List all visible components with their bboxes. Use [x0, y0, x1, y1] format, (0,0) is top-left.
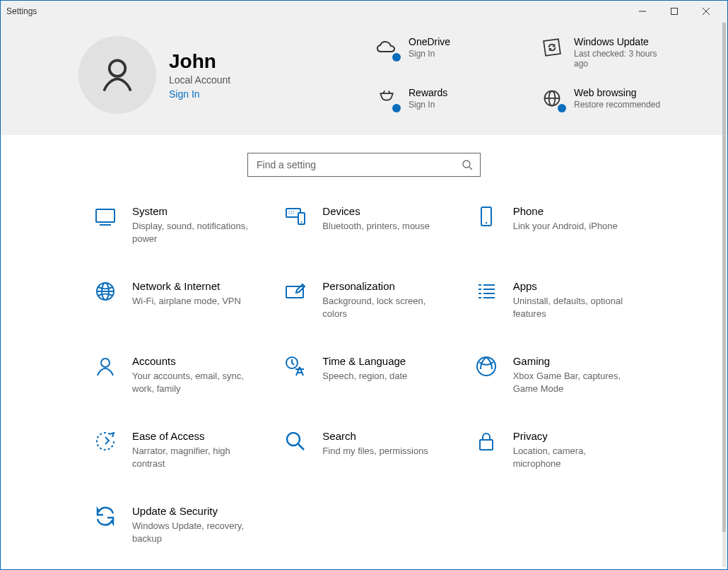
- globe-icon: [541, 87, 563, 110]
- header-tile-web-browsing[interactable]: Web browsing Restore recommended: [541, 87, 685, 114]
- svg-rect-27: [286, 286, 303, 298]
- svg-rect-5: [544, 39, 560, 56]
- category-time-language[interactable]: Time & Language Speech, region, date: [283, 355, 459, 395]
- search-input[interactable]: [255, 158, 456, 171]
- category-title: Devices: [322, 205, 430, 217]
- windows-update-icon: [541, 36, 563, 59]
- tile-sub: Restore recommended: [574, 100, 660, 110]
- category-sub: Speech, region, date: [322, 370, 407, 383]
- svg-rect-1: [671, 8, 677, 15]
- scrollbar-thumb[interactable]: [722, 23, 726, 532]
- category-title: Time & Language: [322, 355, 407, 367]
- user-name: John: [169, 50, 230, 73]
- user-account-type: Local Account: [169, 74, 230, 86]
- category-accounts[interactable]: Accounts Your accounts, email, sync, wor…: [93, 355, 269, 395]
- category-title: Gaming: [513, 355, 633, 367]
- svg-point-4: [110, 60, 126, 76]
- apps-icon: [474, 280, 499, 306]
- titlebar: Settings: [1, 1, 727, 22]
- category-system[interactable]: System Display, sound, notifications, po…: [93, 205, 269, 245]
- tile-title: Rewards: [409, 87, 447, 98]
- category-title: Ease of Access: [132, 430, 252, 442]
- tile-sub: Last checked: 3 hours ago: [574, 49, 673, 69]
- svg-point-39: [287, 433, 300, 446]
- user-icon: [96, 54, 139, 96]
- svg-point-21: [293, 213, 294, 214]
- category-apps[interactable]: Apps Uninstall, defaults, optional featu…: [474, 280, 650, 320]
- avatar: [78, 36, 156, 114]
- category-sub: Uninstall, defaults, optional features: [513, 295, 633, 320]
- tile-title: Web browsing: [574, 87, 660, 98]
- scrollbar[interactable]: [722, 23, 726, 567]
- svg-rect-11: [96, 209, 115, 222]
- header-tile-windows-update[interactable]: Windows Update Last checked: 3 hours ago: [541, 36, 685, 73]
- category-title: System: [132, 205, 252, 217]
- category-title: Apps: [513, 280, 633, 292]
- category-sub: Narrator, magnifier, high contrast: [132, 445, 252, 470]
- category-ease-of-access[interactable]: Ease of Access Narrator, magnifier, high…: [93, 430, 269, 470]
- category-personalization[interactable]: Personalization Background, lock screen,…: [283, 280, 459, 320]
- update-security-icon: [93, 505, 118, 530]
- category-title: Privacy: [513, 430, 633, 442]
- category-title: Network & Internet: [132, 280, 241, 292]
- search-box[interactable]: [247, 153, 481, 177]
- svg-point-9: [463, 161, 470, 168]
- category-network[interactable]: Network & Internet Wi-Fi, airplane mode,…: [93, 280, 269, 320]
- category-sub: Background, lock screen, colors: [322, 295, 442, 320]
- search-icon: [283, 430, 308, 455]
- tile-sub: Sign In: [409, 49, 450, 59]
- window-title: Settings: [6, 6, 37, 16]
- onedrive-icon: [375, 36, 398, 59]
- category-sub: Bluetooth, printers, mouse: [322, 220, 430, 233]
- svg-point-19: [289, 213, 290, 214]
- category-title: Update & Security: [132, 505, 252, 517]
- header: John Local Account Sign In OneDrive Sign…: [1, 22, 727, 135]
- system-icon: [93, 205, 118, 231]
- category-title: Accounts: [132, 355, 252, 367]
- category-sub: Windows Update, recovery, backup: [132, 520, 252, 545]
- category-title: Phone: [513, 205, 618, 217]
- svg-point-20: [291, 213, 292, 214]
- gaming-icon: [474, 355, 499, 380]
- ease-of-access-icon: [93, 430, 118, 455]
- category-update-security[interactable]: Update & Security Windows Update, recove…: [93, 505, 269, 545]
- header-tile-onedrive[interactable]: OneDrive Sign In: [375, 36, 519, 73]
- user-block[interactable]: John Local Account Sign In: [78, 36, 347, 114]
- category-search[interactable]: Search Find my files, permissions: [283, 430, 459, 470]
- category-sub: Wi-Fi, airplane mode, VPN: [132, 295, 241, 308]
- category-sub: Your accounts, email, sync, work, family: [132, 370, 252, 395]
- svg-line-10: [469, 167, 472, 170]
- time-language-icon: [283, 355, 308, 380]
- svg-point-16: [289, 211, 290, 211]
- minimize-button[interactable]: [626, 1, 658, 22]
- maximize-button[interactable]: [658, 1, 690, 22]
- devices-icon: [283, 205, 308, 231]
- tile-sub: Sign In: [409, 100, 447, 110]
- category-sub: Link your Android, iPhone: [513, 220, 618, 233]
- personalization-icon: [283, 280, 308, 306]
- search-icon: [462, 159, 473, 170]
- tile-title: OneDrive: [409, 36, 450, 47]
- svg-point-36: [101, 359, 110, 367]
- svg-point-15: [301, 221, 303, 223]
- svg-point-38: [477, 357, 495, 376]
- category-devices[interactable]: Devices Bluetooth, printers, mouse: [283, 205, 459, 245]
- category-sub: Xbox Game Bar, captures, Game Mode: [513, 370, 633, 395]
- category-title: Personalization: [322, 280, 442, 292]
- category-sub: Find my files, permissions: [322, 445, 428, 458]
- svg-rect-41: [480, 440, 493, 450]
- close-button[interactable]: [690, 1, 722, 22]
- category-sub: Display, sound, notifications, power: [132, 220, 252, 245]
- category-gaming[interactable]: Gaming Xbox Game Bar, captures, Game Mod…: [474, 355, 650, 395]
- user-signin-link[interactable]: Sign In: [169, 88, 230, 100]
- globe-icon: [93, 280, 118, 306]
- phone-icon: [474, 205, 499, 231]
- header-tile-rewards[interactable]: Rewards Sign In: [375, 87, 519, 114]
- content: System Display, sound, notifications, po…: [1, 135, 727, 570]
- categories-grid: System Display, sound, notifications, po…: [1, 198, 727, 570]
- category-phone[interactable]: Phone Link your Android, iPhone: [474, 205, 650, 245]
- category-privacy[interactable]: Privacy Location, camera, microphone: [474, 430, 650, 470]
- tile-title: Windows Update: [574, 36, 673, 47]
- svg-point-17: [291, 211, 292, 211]
- privacy-icon: [474, 430, 499, 455]
